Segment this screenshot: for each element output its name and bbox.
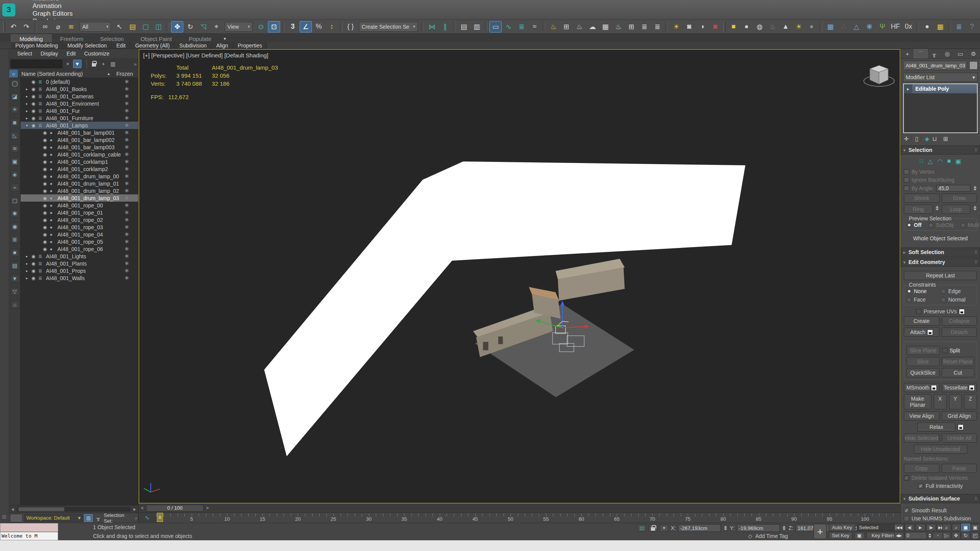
timeline-ruler[interactable]: 5101520253035404550556065707580859095100 [156, 513, 900, 523]
render-in-cloud-icon[interactable]: ☁ [586, 21, 598, 33]
visibility-eye-icon[interactable]: ◉ [31, 101, 38, 106]
percent-snap-toggle-icon[interactable]: % [313, 21, 325, 33]
frozen-toggle-icon[interactable]: ✱ [125, 231, 129, 237]
visibility-eye-icon[interactable]: ◉ [31, 268, 38, 274]
render-presets-icon[interactable]: ≣ [651, 21, 664, 33]
visibility-eye-icon[interactable]: ◉ [43, 181, 50, 186]
visibility-eye-icon[interactable]: ◉ [31, 108, 38, 114]
expand-arrow-icon[interactable]: ▸ [26, 95, 31, 98]
visibility-eye-icon[interactable]: ◉ [43, 152, 50, 157]
toolbar-separator[interactable] [453, 22, 456, 31]
frozen-toggle-icon[interactable]: ✱ [125, 115, 129, 121]
zoom-extents-selected-icon[interactable]: ▣ [961, 524, 970, 531]
select-and-move-icon[interactable]: ✥ [171, 21, 183, 33]
full-interactivity-checkbox[interactable]: ✓ [918, 483, 923, 489]
scene-explorer-row[interactable]: ◉ ● AI48_001_rope_02 ✱ [21, 216, 138, 223]
workspace-dropdown[interactable]: Workspace: Default▾ [24, 514, 83, 522]
filter-cameras-icon[interactable]: ◙ [11, 119, 19, 126]
modifier-stack[interactable]: ▸ Editable Poly [903, 83, 978, 133]
visibility-eye-icon[interactable]: ◉ [43, 130, 50, 135]
motion-capture-icon[interactable]: ◑ [696, 21, 708, 33]
toggle-layer-explorer-icon[interactable]: ▥ [471, 21, 483, 33]
use-pivot-point-center-icon[interactable]: ⊙ [255, 21, 267, 33]
view-flat-icon[interactable]: ■ [11, 249, 19, 256]
expand-arrow-icon[interactable]: ▸ [26, 269, 31, 273]
toolbar-separator[interactable] [34, 22, 37, 31]
shrink-button[interactable]: Shrink [904, 194, 939, 203]
field-of-view-icon[interactable]: ▷ [942, 532, 951, 539]
frozen-toggle-icon[interactable]: ✱ [125, 130, 129, 135]
split-checkbox[interactable] [942, 348, 947, 353]
more-tools-chevron-icon[interactable]: » [134, 61, 137, 67]
frozen-toggle-icon[interactable]: ✱ [125, 144, 129, 150]
window-crossing-icon[interactable]: ◫ [152, 21, 165, 33]
time-configuration-icon[interactable]: ◔ [933, 532, 942, 539]
visibility-eye-icon[interactable]: ◉ [43, 188, 50, 194]
scene-explorer-row[interactable]: ▸ ◉ ≣ AI48_001_Lights ✱ [21, 253, 138, 260]
scene-explorer-row[interactable]: ▸ ◉ ≣ AI48_001_Fur ✱ [21, 107, 138, 114]
smooth-result-checkbox[interactable]: ✓ [904, 508, 909, 513]
zoom-icon[interactable]: ⌕ [942, 524, 951, 531]
motion-tab-icon[interactable]: ◎ [941, 49, 954, 59]
frozen-toggle-icon[interactable]: ✱ [125, 261, 129, 266]
frozen-toggle-icon[interactable]: ✱ [125, 275, 129, 281]
set-key-button[interactable]: Set Key [829, 532, 853, 539]
toolbar-separator[interactable] [282, 22, 285, 31]
render-production-icon[interactable]: ♨ [573, 21, 585, 33]
next-frame-button[interactable]: |▶ [926, 524, 936, 531]
filter-geometry-icon[interactable]: ◯ [11, 80, 19, 87]
scene-explorer-menu[interactable]: Edit [62, 51, 80, 57]
frozen-toggle-icon[interactable]: ✱ [125, 137, 129, 143]
hair-fur-icon[interactable]: HF [889, 21, 902, 33]
visibility-eye-icon[interactable]: ◉ [43, 246, 50, 252]
pin-stack-icon[interactable]: ✛ [904, 135, 909, 142]
ribbon-minimize-icon[interactable]: ▾ [220, 35, 230, 42]
by-angle-value[interactable]: 45,0 [936, 185, 970, 192]
spinner-snap-toggle-icon[interactable]: ↕ [326, 21, 338, 33]
select-and-rotate-icon[interactable]: ↻ [184, 21, 196, 33]
scene-explorer-row[interactable]: ◉ ● AI48_001_rope_04 ✱ [21, 231, 138, 238]
expand-arrow-icon[interactable]: ▸ [26, 102, 31, 106]
sphere-large-icon[interactable]: ● [921, 21, 933, 33]
filter-frozen-icon[interactable]: ✱ [11, 210, 19, 217]
toolbar-separator[interactable] [485, 22, 488, 31]
isolate-layers-icon[interactable]: ▥ [84, 514, 92, 522]
ribbon-panel[interactable]: Polygon Modeling [11, 42, 63, 49]
open-mini-curve-editor-icon[interactable]: ∿ [139, 513, 156, 523]
visibility-eye-icon[interactable]: ◉ [31, 123, 38, 128]
ribbon-panel[interactable]: Edit [112, 42, 130, 49]
paste-button[interactable]: Paste [942, 464, 977, 473]
frozen-toggle-icon[interactable]: ✱ [125, 253, 129, 259]
select-by-name-icon[interactable]: ▤ [126, 21, 139, 33]
visibility-eye-icon[interactable]: ◉ [43, 174, 50, 179]
frozen-toggle-icon[interactable]: ✱ [125, 224, 129, 230]
undo-icon[interactable]: ↶ [7, 21, 20, 33]
y-coordinate-field[interactable]: -19,969cm [737, 524, 780, 532]
select-and-manipulate-icon[interactable]: ⊡ [268, 21, 280, 33]
sphere-white-icon[interactable]: ● [740, 21, 753, 33]
visibility-eye-icon[interactable]: ◉ [31, 116, 38, 121]
scene-explorer-row[interactable]: ◉ ● AI48_001_bar_lamp002 ✱ [21, 136, 138, 143]
next-key-icon[interactable]: > [204, 505, 211, 511]
ribbon-tab[interactable]: Selection [92, 35, 132, 43]
render-gallery-icon[interactable]: ▦ [599, 21, 611, 33]
rectangular-selection-region-icon[interactable]: ▢ [139, 21, 152, 33]
visibility-eye-icon[interactable]: ◉ [43, 137, 50, 143]
constraint-none-radio[interactable] [907, 289, 912, 294]
perspective-viewport[interactable]: [+] [Perspective] [User Defined] [Defaul… [139, 49, 900, 504]
relax-settings-icon[interactable] [958, 424, 964, 430]
scene-explorer-row[interactable]: ◉ ● AI48_001_rope_03 ✱ [21, 223, 138, 231]
tessellate-settings-icon[interactable] [969, 385, 975, 391]
toolbar-separator[interactable] [340, 22, 342, 31]
stack-expand-icon[interactable]: ▸ [904, 84, 912, 93]
create-tab-icon[interactable]: + [901, 49, 914, 59]
select-and-link-icon[interactable]: ∞ [39, 21, 51, 33]
sphere-dark-icon[interactable]: ● [806, 21, 818, 33]
toolbar-separator[interactable] [820, 22, 822, 31]
visibility-eye-icon[interactable]: ◉ [43, 203, 50, 208]
curve-editor-icon[interactable]: ∿ [502, 21, 515, 33]
light-explorer-icon[interactable]: ☀ [670, 21, 682, 33]
ribbon-tab[interactable]: Modeling [11, 34, 52, 43]
frozen-toggle-icon[interactable]: ✱ [125, 188, 129, 194]
make-planar-button[interactable]: Make Planar [904, 394, 931, 409]
